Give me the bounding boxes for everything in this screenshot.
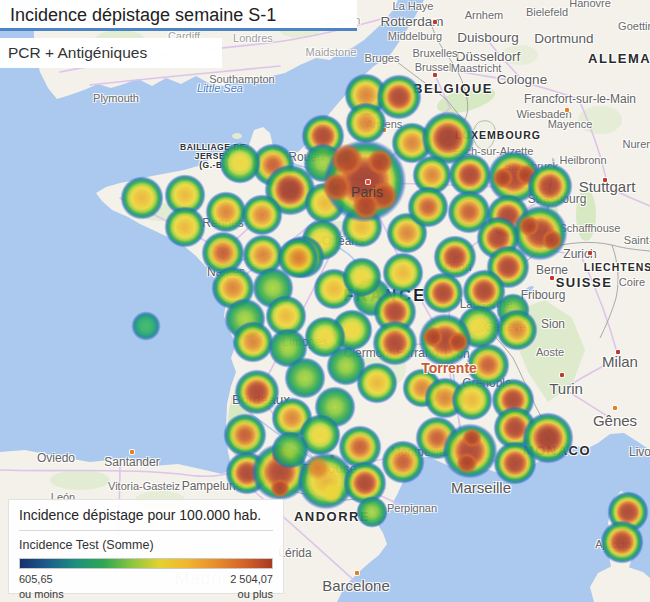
title-panel: Incidence dépistage semaine S-1 [0,0,357,31]
legend-panel: Incidence dépistage pour 100.000 hab. In… [8,499,284,594]
legend-divider [19,530,273,531]
page-subtitle: PCR + Antigéniques [0,38,222,62]
subtitle-panel: PCR + Antigéniques [0,38,222,68]
legend-min-suffix: ou moins [19,587,64,602]
legend-gradient-bar [19,558,273,569]
legend-min-value: 605,65 [19,572,64,587]
legend-max: 2 504,07 ou plus [230,572,273,602]
legend-max-suffix: ou plus [230,587,273,602]
report-canvas: LondresCardiffIpswichMaidstoneSouthampto… [0,0,650,602]
legend-min: 605,65 ou moins [19,572,64,602]
legend-field-name: Incidence Test (Somme) [19,538,273,552]
legend-extremes: 605,65 ou moins 2 504,07 ou plus [19,572,273,602]
page-title: Incidence dépistage semaine S-1 [0,0,357,26]
map-label-torrente: Torrente [421,361,477,375]
city-dot-marker [366,180,370,184]
legend-max-value: 2 504,07 [230,572,273,587]
map-label-paris: Paris [351,185,383,199]
legend-title: Incidence dépistage pour 100.000 hab. [19,507,273,523]
